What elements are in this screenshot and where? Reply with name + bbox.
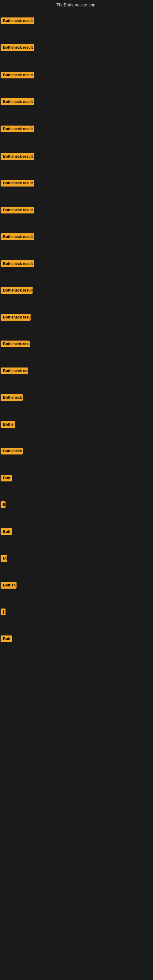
bottleneck-badge-2: Bottleneck result (1, 44, 34, 51)
bottleneck-badge-11: Bottleneck result (1, 287, 33, 294)
bottleneck-badge-8: Bottleneck result (1, 207, 34, 213)
bottleneck-badge-13: Bottleneck resu (1, 340, 30, 347)
bottleneck-badge-4: Bottleneck result (1, 98, 34, 105)
bottleneck-badge-14: Bottleneck resu (1, 368, 28, 374)
bottleneck-badge-1: Bottleneck result (1, 18, 34, 24)
bottleneck-badge-17: Bottleneck (1, 448, 22, 455)
bottleneck-badge-6: Bottleneck result (1, 153, 34, 160)
bottleneck-badge-20: Bott! (1, 528, 12, 535)
bottleneck-badge-12: Bottleneck resu (1, 314, 30, 321)
bottleneck-badge-15: Bottleneck (1, 394, 22, 401)
bottleneck-badge-9: Bottleneck result (1, 233, 34, 240)
bottleneck-badge-7: Bottleneck result (1, 180, 34, 186)
bottleneck-badge-10: Bottleneck result (1, 260, 34, 267)
site-title: TheBottlenecker.com (0, 0, 153, 10)
bottleneck-badge-24: Bott! (1, 635, 12, 642)
bottleneck-badge-21: Bo (1, 555, 7, 562)
bottleneck-badge-19: B (1, 501, 5, 508)
bottleneck-badge-22: Bottlen (1, 582, 16, 589)
bottleneck-badge-3: Bottleneck result (1, 72, 34, 78)
bottleneck-badge-18: Bott! (1, 475, 12, 481)
bottleneck-badge-23: | (1, 609, 5, 615)
bottleneck-badge-5: Bottleneck result (1, 126, 34, 132)
bottleneck-badge-16: Bottle (1, 421, 15, 428)
